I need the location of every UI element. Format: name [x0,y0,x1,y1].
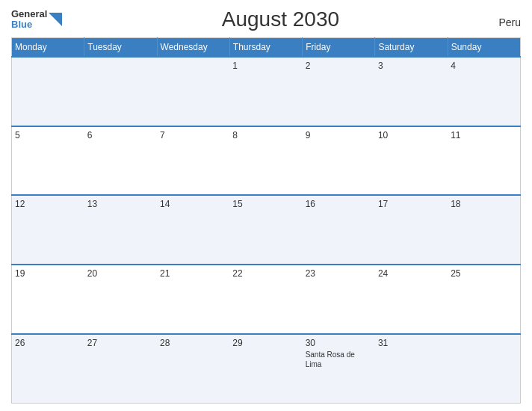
cell-day-number: 24 [378,268,445,279]
calendar-cell: 1 [229,57,302,126]
calendar-cell: 28 [157,334,229,404]
calendar-cell: 10 [375,126,448,196]
cell-day-number: 11 [451,130,517,140]
cell-day-number: 4 [451,61,517,71]
cell-day-number: 18 [451,199,517,209]
logo-text: General Blue [11,9,47,31]
calendar-cell: 31 [375,334,448,404]
header-sunday: Sunday [448,38,520,58]
cell-day-number: 16 [306,199,372,209]
cell-day-number: 7 [160,130,226,140]
calendar-cell: 6 [84,126,157,196]
calendar-body: 1234567891011121314151617181920212223242… [12,57,521,404]
cell-day-number: 20 [87,268,154,279]
calendar-cell: 11 [448,126,520,196]
logo-blue: Blue [11,19,47,30]
calendar-cell: 23 [303,265,375,334]
header-wednesday: Wednesday [157,38,229,58]
calendar-cell: 19 [12,265,84,334]
calendar-week-5: 2627282930Santa Rosa de Lima31 [12,334,521,404]
calendar-header: Monday Tuesday Wednesday Thursday Friday… [12,38,521,58]
calendar-cell: 26 [12,334,84,404]
calendar-cell: 12 [12,195,84,265]
calendar-cell: 13 [84,195,157,265]
calendar-cell: 30Santa Rosa de Lima [303,334,375,404]
calendar-cell: 24 [375,265,448,334]
calendar-cell [12,57,84,126]
weekday-header-row: Monday Tuesday Wednesday Thursday Friday… [12,38,521,58]
calendar-cell: 29 [229,334,302,404]
calendar-cell: 7 [157,126,229,196]
cell-day-number: 1 [232,61,299,71]
cell-day-number: 2 [306,61,372,71]
calendar-cell: 2 [303,57,375,126]
calendar-cell [157,57,229,126]
cell-day-number: 10 [378,130,445,140]
cell-day-number: 26 [15,338,81,348]
cell-day-number: 23 [306,268,372,279]
logo: General Blue [11,9,62,31]
cell-day-number: 12 [15,199,81,209]
country-label: Peru [498,16,521,31]
logo-icon [49,13,62,26]
logo-general: General [11,9,47,19]
calendar-cell: 17 [375,195,448,265]
calendar-cell: 4 [448,57,520,126]
cell-day-number: 8 [232,130,299,140]
calendar-cell: 5 [12,126,84,196]
cell-day-number: 31 [378,338,445,348]
cell-day-number: 30 [306,338,372,348]
svg-marker-0 [49,13,62,26]
calendar-cell: 25 [448,265,520,334]
calendar-cell [448,334,520,404]
cell-day-number: 28 [160,338,226,348]
header-friday: Friday [303,38,375,58]
cell-day-number: 6 [87,130,154,140]
page: General Blue August 2030 Peru Monday Tue… [0,0,532,411]
cell-day-number: 14 [160,199,226,209]
header: General Blue August 2030 Peru [11,7,521,31]
calendar-cell: 21 [157,265,229,334]
calendar-cell: 27 [84,334,157,404]
calendar-cell: 8 [229,126,302,196]
cell-day-number: 17 [378,199,445,209]
calendar-cell [84,57,157,126]
calendar-cell: 3 [375,57,448,126]
calendar-cell: 16 [303,195,375,265]
page-title: August 2030 [62,7,498,31]
calendar-cell: 14 [157,195,229,265]
cell-day-number: 3 [378,61,445,71]
cell-day-number: 19 [15,268,81,279]
cell-event-label: Santa Rosa de Lima [306,350,372,369]
cell-day-number: 15 [232,199,299,209]
cell-day-number: 5 [15,130,81,140]
calendar-week-1: 1234 [12,57,521,126]
calendar-week-3: 12131415161718 [12,195,521,265]
header-saturday: Saturday [375,38,448,58]
calendar-week-4: 19202122232425 [12,265,521,334]
cell-day-number: 21 [160,268,226,279]
calendar-week-2: 567891011 [12,126,521,196]
calendar-table: Monday Tuesday Wednesday Thursday Friday… [11,37,521,404]
cell-day-number: 25 [451,268,517,279]
calendar-cell: 9 [303,126,375,196]
calendar-cell: 20 [84,265,157,334]
calendar-cell: 18 [448,195,520,265]
cell-day-number: 13 [87,199,154,209]
header-thursday: Thursday [229,38,302,58]
header-tuesday: Tuesday [84,38,157,58]
cell-day-number: 27 [87,338,154,348]
cell-day-number: 22 [232,268,299,279]
cell-day-number: 9 [306,130,372,140]
calendar-cell: 15 [229,195,302,265]
header-monday: Monday [12,38,84,58]
calendar-cell: 22 [229,265,302,334]
cell-day-number: 29 [232,338,299,348]
